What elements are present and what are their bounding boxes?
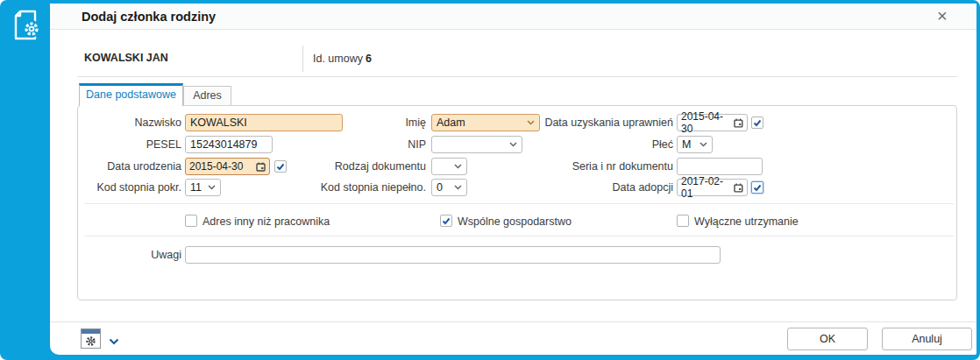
check-icon [753,119,762,127]
calendar-icon [734,118,743,128]
settings-dropdown-chevron-icon[interactable] [109,335,119,348]
footer-divider [50,321,976,322]
kod-niepelnosprawnosci-value: 0 [437,181,443,194]
section-divider-bottom [84,236,954,236]
settings-button[interactable] [81,328,101,349]
tab-dane-podstawowe[interactable]: Dane podstawowe [79,83,183,106]
chevron-down-icon [454,185,462,190]
chevron-down-icon [699,142,707,147]
data-adopcji-input[interactable]: 2017-02-01 [677,179,748,196]
data-urodzenia-value: 2015-04-30 [189,160,243,173]
calendar-icon [734,183,743,193]
data-uprawnien-value: 2015-04-30 [681,110,734,135]
calendar-icon [256,162,266,172]
section-divider-top [84,203,954,204]
nazwisko-label: Nazwisko [53,114,181,131]
employee-name: KOWALSKI JAN [84,52,168,64]
kod-pokrewienstwa-value: 11 [190,181,202,194]
data-urodzenia-label: Data urodzenia [53,158,181,175]
dialog-title: Dodaj członka rodziny [82,10,216,24]
chevron-down-icon [454,164,462,169]
contract-id-value: 6 [366,53,372,65]
check-icon [442,217,451,225]
data-urodzenia-input[interactable]: 2015-04-30 [185,158,270,175]
uwagi-input[interactable] [185,246,721,264]
wylaczne-utrzymanie-label: Wyłączne utrzymanie [694,215,799,228]
pesel-input[interactable] [185,136,273,153]
pesel-label: PESEL [53,136,181,153]
gear-icon [85,334,96,348]
data-uprawnien-checkbox[interactable] [751,116,763,129]
wylaczne-utrzymanie-checkbox[interactable] [677,215,689,227]
adres-inny-label: Adres inny niż pracownika [202,215,330,228]
nip-select[interactable] [431,136,522,153]
nip-label: NIP [289,136,426,153]
check-icon [276,163,285,171]
add-family-member-dialog: Dodaj członka rodziny × KOWALSKI JAN Id.… [0,0,980,360]
rodzaj-dokumentu-label: Rodzaj dokumentu [289,158,426,175]
imie-value: Adam [437,116,465,129]
data-adopcji-label: Data adopcji [517,179,673,196]
kod-pokrewienstwa-select[interactable]: 11 [185,179,221,196]
cancel-button[interactable]: Anuluj [882,328,972,350]
seria-dokumentu-input[interactable] [677,158,763,175]
close-icon[interactable]: × [937,7,948,25]
plec-label: Płeć [517,136,673,153]
chevron-down-icon [509,142,517,147]
wspolne-gospodarstwo-checkbox[interactable] [440,215,452,227]
document-gear-icon [10,8,43,46]
check-icon [753,184,762,192]
imie-label: Imię [289,114,426,131]
data-uprawnien-label: Data uzyskania uprawnień [517,114,673,131]
plec-select[interactable]: M [677,136,713,153]
plec-value: M [682,138,691,151]
kod-pokrewienstwa-label: Kod stopnia pokr. [53,179,181,196]
rodzaj-dokumentu-select[interactable] [431,158,467,175]
vertical-divider [302,46,303,72]
tab-adres[interactable]: Adres [183,86,231,105]
ok-button[interactable]: OK [787,328,868,350]
data-adopcji-value: 2017-02-01 [681,175,734,200]
uwagi-label: Uwagi [53,246,181,264]
seria-dokumentu-label: Seria i nr dokumentu [517,158,673,175]
chevron-down-icon [208,185,216,190]
kod-niepelnosprawnosci-select[interactable]: 0 [431,179,467,196]
adres-inny-checkbox[interactable] [185,215,197,227]
employee-strip-divider [77,76,957,77]
kod-niepelnosprawnosci-label: Kod stopnia niepełno. [289,179,426,196]
data-urodzenia-checkbox[interactable] [274,160,287,173]
data-adopcji-checkbox[interactable] [751,181,763,194]
contract-id-label: Id. umowy [313,53,363,65]
data-uprawnien-input[interactable]: 2015-04-30 [677,114,748,131]
wspolne-gospodarstwo-label: Wspólne gospodarstwo [458,215,572,228]
